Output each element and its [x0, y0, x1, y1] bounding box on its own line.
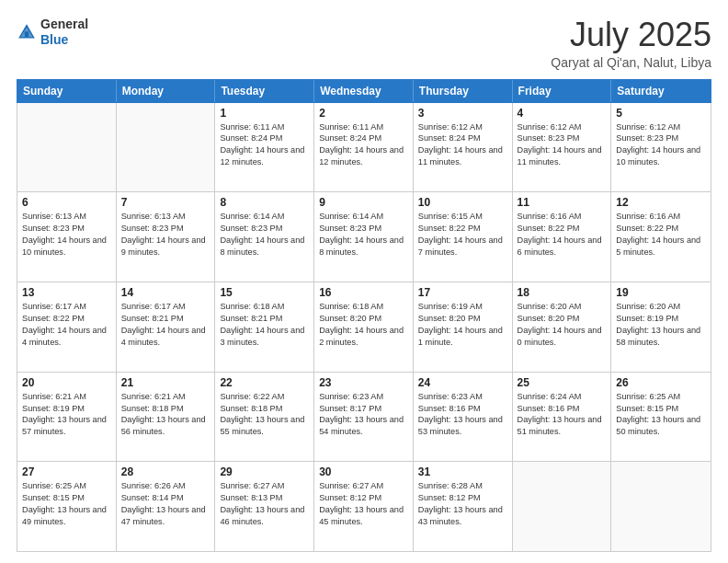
week-row-3: 13Sunrise: 6:17 AM Sunset: 8:22 PM Dayli… — [17, 282, 711, 373]
cal-cell: 2Sunrise: 6:11 AM Sunset: 8:24 PM Daylig… — [314, 103, 414, 192]
day-number: 11 — [518, 196, 607, 209]
day-number: 6 — [22, 196, 111, 209]
calendar-title: July 2025 — [551, 17, 711, 53]
day-number: 20 — [22, 376, 111, 389]
cal-cell: 20Sunrise: 6:21 AM Sunset: 8:19 PM Dayli… — [17, 373, 117, 462]
day-number: 3 — [418, 107, 507, 120]
cell-details: Sunrise: 6:17 AM Sunset: 8:22 PM Dayligh… — [22, 301, 111, 349]
cell-details: Sunrise: 6:25 AM Sunset: 8:15 PM Dayligh… — [22, 480, 111, 528]
cal-cell: 31Sunrise: 6:28 AM Sunset: 8:12 PM Dayli… — [414, 462, 513, 551]
day-number: 10 — [418, 196, 507, 209]
day-number: 18 — [518, 286, 607, 299]
day-number: 23 — [319, 376, 408, 389]
cell-details: Sunrise: 6:24 AM Sunset: 8:16 PM Dayligh… — [518, 391, 607, 439]
cell-details: Sunrise: 6:27 AM Sunset: 8:13 PM Dayligh… — [220, 480, 309, 528]
day-number: 7 — [121, 196, 210, 209]
cell-details: Sunrise: 6:11 AM Sunset: 8:24 PM Dayligh… — [319, 121, 408, 169]
day-number: 21 — [121, 376, 210, 389]
cal-cell: 5Sunrise: 6:12 AM Sunset: 8:23 PM Daylig… — [611, 103, 711, 192]
calendar: SundayMondayTuesdayWednesdayThursdayFrid… — [17, 79, 711, 552]
day-number: 8 — [220, 196, 309, 209]
week-row-5: 27Sunrise: 6:25 AM Sunset: 8:15 PM Dayli… — [17, 462, 711, 551]
calendar-header: SundayMondayTuesdayWednesdayThursdayFrid… — [17, 79, 711, 103]
cell-details: Sunrise: 6:18 AM Sunset: 8:21 PM Dayligh… — [220, 301, 309, 349]
cal-cell — [513, 462, 612, 551]
cell-details: Sunrise: 6:23 AM Sunset: 8:17 PM Dayligh… — [319, 391, 408, 439]
day-number: 19 — [616, 286, 706, 299]
cal-cell: 10Sunrise: 6:15 AM Sunset: 8:22 PM Dayli… — [414, 192, 513, 282]
cal-cell: 25Sunrise: 6:24 AM Sunset: 8:16 PM Dayli… — [513, 373, 612, 462]
cal-cell: 15Sunrise: 6:18 AM Sunset: 8:21 PM Dayli… — [215, 282, 314, 372]
cal-cell: 28Sunrise: 6:26 AM Sunset: 8:14 PM Dayli… — [117, 462, 216, 551]
day-number: 30 — [319, 465, 408, 478]
cell-details: Sunrise: 6:20 AM Sunset: 8:19 PM Dayligh… — [616, 301, 706, 349]
cell-details: Sunrise: 6:25 AM Sunset: 8:15 PM Dayligh… — [616, 391, 706, 439]
cell-details: Sunrise: 6:11 AM Sunset: 8:24 PM Dayligh… — [220, 121, 309, 169]
week-row-4: 20Sunrise: 6:21 AM Sunset: 8:19 PM Dayli… — [17, 373, 711, 463]
cell-details: Sunrise: 6:19 AM Sunset: 8:20 PM Dayligh… — [418, 301, 507, 349]
header-day-thursday: Thursday — [414, 80, 513, 102]
cell-details: Sunrise: 6:26 AM Sunset: 8:14 PM Dayligh… — [121, 480, 210, 528]
cal-cell: 26Sunrise: 6:25 AM Sunset: 8:15 PM Dayli… — [611, 373, 711, 462]
cell-details: Sunrise: 6:21 AM Sunset: 8:19 PM Dayligh… — [22, 391, 111, 439]
cell-details: Sunrise: 6:21 AM Sunset: 8:18 PM Dayligh… — [121, 391, 210, 439]
cell-details: Sunrise: 6:18 AM Sunset: 8:20 PM Dayligh… — [319, 301, 408, 349]
cal-cell: 11Sunrise: 6:16 AM Sunset: 8:22 PM Dayli… — [513, 192, 612, 282]
cal-cell: 4Sunrise: 6:12 AM Sunset: 8:23 PM Daylig… — [513, 103, 612, 192]
cal-cell: 19Sunrise: 6:20 AM Sunset: 8:19 PM Dayli… — [611, 282, 711, 372]
cell-details: Sunrise: 6:12 AM Sunset: 8:23 PM Dayligh… — [518, 121, 607, 169]
cal-cell: 30Sunrise: 6:27 AM Sunset: 8:12 PM Dayli… — [314, 462, 414, 551]
header-day-saturday: Saturday — [611, 80, 711, 102]
header-day-tuesday: Tuesday — [215, 80, 314, 102]
day-number: 15 — [220, 286, 309, 299]
cell-details: Sunrise: 6:22 AM Sunset: 8:18 PM Dayligh… — [220, 391, 309, 439]
cal-cell: 24Sunrise: 6:23 AM Sunset: 8:16 PM Dayli… — [414, 373, 513, 462]
day-number: 17 — [418, 286, 507, 299]
cal-cell: 7Sunrise: 6:13 AM Sunset: 8:23 PM Daylig… — [117, 192, 216, 282]
cal-cell: 13Sunrise: 6:17 AM Sunset: 8:22 PM Dayli… — [17, 282, 117, 372]
cal-cell: 29Sunrise: 6:27 AM Sunset: 8:13 PM Dayli… — [215, 462, 314, 551]
cal-cell: 12Sunrise: 6:16 AM Sunset: 8:22 PM Dayli… — [611, 192, 711, 282]
cal-cell: 17Sunrise: 6:19 AM Sunset: 8:20 PM Dayli… — [414, 282, 513, 372]
header-day-friday: Friday — [513, 80, 612, 102]
cal-cell: 1Sunrise: 6:11 AM Sunset: 8:24 PM Daylig… — [215, 103, 314, 192]
header: General Blue July 2025 Qaryat al Qi'an, … — [17, 17, 711, 70]
week-row-1: 1Sunrise: 6:11 AM Sunset: 8:24 PM Daylig… — [17, 103, 711, 193]
cal-cell — [17, 103, 117, 192]
day-number: 27 — [22, 465, 111, 478]
cal-cell: 23Sunrise: 6:23 AM Sunset: 8:17 PM Dayli… — [314, 373, 414, 462]
logo-blue: Blue — [40, 32, 88, 48]
cell-details: Sunrise: 6:28 AM Sunset: 8:12 PM Dayligh… — [418, 480, 507, 528]
cal-cell — [117, 103, 216, 192]
cell-details: Sunrise: 6:15 AM Sunset: 8:22 PM Dayligh… — [418, 211, 507, 259]
day-number: 24 — [418, 376, 507, 389]
day-number: 26 — [616, 376, 706, 389]
cal-cell: 3Sunrise: 6:12 AM Sunset: 8:24 PM Daylig… — [414, 103, 513, 192]
header-day-monday: Monday — [117, 80, 216, 102]
logo: General Blue — [17, 17, 88, 48]
cell-details: Sunrise: 6:13 AM Sunset: 8:23 PM Dayligh… — [121, 211, 210, 259]
cell-details: Sunrise: 6:17 AM Sunset: 8:21 PM Dayligh… — [121, 301, 210, 349]
day-number: 12 — [616, 196, 706, 209]
week-row-2: 6Sunrise: 6:13 AM Sunset: 8:23 PM Daylig… — [17, 192, 711, 282]
logo-icon — [17, 22, 37, 42]
day-number: 4 — [518, 107, 607, 120]
cal-cell: 22Sunrise: 6:22 AM Sunset: 8:18 PM Dayli… — [215, 373, 314, 462]
day-number: 28 — [121, 465, 210, 478]
day-number: 16 — [319, 286, 408, 299]
cal-cell: 14Sunrise: 6:17 AM Sunset: 8:21 PM Dayli… — [117, 282, 216, 372]
cell-details: Sunrise: 6:16 AM Sunset: 8:22 PM Dayligh… — [518, 211, 607, 259]
title-section: July 2025 Qaryat al Qi'an, Nalut, Libya — [551, 17, 711, 70]
cell-details: Sunrise: 6:27 AM Sunset: 8:12 PM Dayligh… — [319, 480, 408, 528]
logo-general: General — [40, 17, 88, 32]
cal-cell: 21Sunrise: 6:21 AM Sunset: 8:18 PM Dayli… — [117, 373, 216, 462]
cal-cell: 6Sunrise: 6:13 AM Sunset: 8:23 PM Daylig… — [17, 192, 117, 282]
svg-rect-2 — [25, 31, 28, 37]
cell-details: Sunrise: 6:13 AM Sunset: 8:23 PM Dayligh… — [22, 211, 111, 259]
cal-cell: 18Sunrise: 6:20 AM Sunset: 8:20 PM Dayli… — [513, 282, 612, 372]
cal-cell: 27Sunrise: 6:25 AM Sunset: 8:15 PM Dayli… — [17, 462, 117, 551]
cell-details: Sunrise: 6:23 AM Sunset: 8:16 PM Dayligh… — [418, 391, 507, 439]
day-number: 29 — [220, 465, 309, 478]
day-number: 25 — [518, 376, 607, 389]
cell-details: Sunrise: 6:12 AM Sunset: 8:23 PM Dayligh… — [616, 121, 706, 169]
